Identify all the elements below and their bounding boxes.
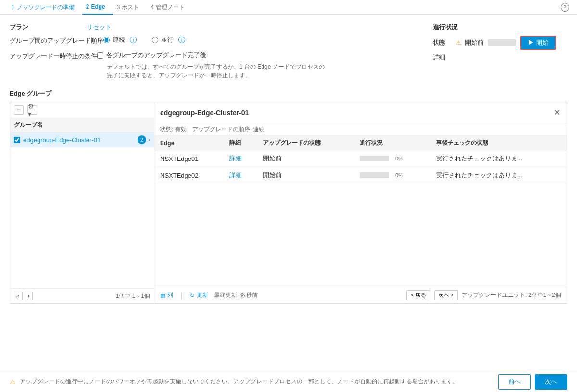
group-order-row: グループ間のアップグレード順序 連続 i 並行 i <box>10 36 414 45</box>
next-table-button[interactable]: 次へ > <box>434 290 458 300</box>
parallel-radio[interactable] <box>152 37 158 43</box>
step-2[interactable]: 2 Edge <box>82 0 113 15</box>
upgrade-status-1: 開始前 <box>257 150 354 167</box>
next-page-button[interactable]: › <box>25 292 33 300</box>
pause-checkbox[interactable] <box>97 52 103 59</box>
col-progress: 進行状況 <box>354 136 430 150</box>
pct-text-1: 0% <box>391 156 403 161</box>
sequential-info-icon[interactable]: i <box>130 37 137 43</box>
plan-section: プラン リセット グループ間のアップグレード順序 連続 i 並行 i <box>10 23 414 84</box>
group-item-checkbox[interactable] <box>14 137 20 143</box>
progress-bar-1 <box>360 156 389 161</box>
progress-section: 進行状況 状態 ⚠ 開始前 0% ▶ 開始 詳細 <box>433 23 567 84</box>
help-icon[interactable]: ? <box>561 3 569 12</box>
pct-text-2: 0% <box>391 172 403 178</box>
detail-row: 詳細 <box>433 53 567 61</box>
footer-left: ▦ 列 | ↻ 更新 最終更新: 数秒前 <box>160 291 258 299</box>
plan-progress-row: プラン リセット グループ間のアップグレード順序 連続 i 並行 i <box>10 23 567 84</box>
step-2-label: Edge <box>91 3 105 10</box>
table-row: NSXTEdge02 詳細 開始前 0% 実行されたチェックはありま... <box>154 167 567 184</box>
post-check-2: 実行されたチェックはありま... <box>430 167 567 184</box>
sequential-radio[interactable] <box>103 37 110 43</box>
columns-icon: ▦ <box>160 292 165 299</box>
col-detail: 詳細 <box>224 136 257 150</box>
group-detail-panel: edgegroup-Edge-Cluster-01 ✕ 状態: 有効、アップグレ… <box>154 102 567 303</box>
settings-icon[interactable]: ⚙ ▾ <box>27 105 37 115</box>
step-1[interactable]: 1 ノッソクレードの準備 <box>8 0 82 15</box>
left-toolbar: ≡ ⚙ ▾ <box>10 102 154 118</box>
bottom-warning-text: アップグレードの進行中にノードのパワーオフや再起動を実施しないでください。アップ… <box>20 378 458 386</box>
pause-content: 各グループのアップグレード完了後 デフォルトでは、すべてのグループが完了するか、… <box>97 51 414 80</box>
pause-label: アップグレード一時停止の条件 <box>10 51 97 61</box>
status-line: 状態: 有効、アップグレードの順序: 連続 <box>154 123 567 136</box>
pause-checkbox-label: 各グループのアップグレード完了後 <box>106 51 206 60</box>
table-header-row: Edge 詳細 アップグレードの状態 進行状況 事後チェックの状態 <box>154 136 567 150</box>
parallel-info-icon[interactable]: i <box>178 37 185 43</box>
start-button[interactable]: ▶ 開始 <box>520 36 556 50</box>
edge-groups-container: ≡ ⚙ ▾ グループ名 edgegroup-Edge-Cluster-01 2 … <box>10 102 567 304</box>
parallel-option[interactable]: 並行 i <box>152 36 185 44</box>
pagination-info: 1個中 1～1個 <box>116 292 150 300</box>
table-body: NSXTEdge01 詳細 開始前 0% 実行されたチェックはありま... <box>154 150 567 184</box>
left-panel-header: グループ名 <box>10 118 154 133</box>
group-list-panel: ≡ ⚙ ▾ グループ名 edgegroup-Edge-Cluster-01 2 … <box>10 102 154 303</box>
group-item[interactable]: edgegroup-Edge-Cluster-01 2 › <box>10 133 154 147</box>
prev-button[interactable]: 前へ <box>498 374 531 390</box>
close-button[interactable]: ✕ <box>553 107 561 118</box>
refresh-icon: ↻ <box>190 292 195 299</box>
edge-groups-section: Edge グループ ≡ ⚙ ▾ グループ名 edgegroup-Edge-Clu… <box>10 89 567 304</box>
separator-1: | <box>181 292 182 299</box>
table-container: Edge 詳細 アップグレードの状態 進行状況 事後チェックの状態 NSXTEd… <box>154 136 567 287</box>
right-panel-footer: ▦ 列 | ↻ 更新 最終更新: 数秒前 < 戻る 次へ > アップグレー <box>154 287 567 303</box>
progress-title: 進行状況 <box>433 23 567 32</box>
detail-anchor-1[interactable]: 詳細 <box>229 155 242 162</box>
columns-label: 列 <box>167 291 173 299</box>
step-4-label: 管理ノート <box>156 3 185 12</box>
col-post-check: 事後チェックの状態 <box>430 136 567 150</box>
refresh-button[interactable]: ↻ 更新 <box>190 291 208 299</box>
step-1-label: ノッソクレードの準備 <box>17 3 75 12</box>
group-item-badge: 2 <box>138 135 146 144</box>
back-button[interactable]: < 戻る <box>406 290 430 300</box>
group-item-name: edgegroup-Edge-Cluster-01 <box>23 136 138 144</box>
edges-table: Edge 詳細 アップグレードの状態 進行状況 事後チェックの状態 NSXTEd… <box>154 136 567 184</box>
status-progress-bar: 0% <box>488 39 516 46</box>
table-row: NSXTEdge01 詳細 開始前 0% 実行されたチェックはありま... <box>154 150 567 167</box>
step-3[interactable]: 3 ホスト <box>113 0 147 15</box>
edge-name-1: NSXTEdge01 <box>154 150 224 167</box>
upgrade-status-2: 開始前 <box>257 167 354 184</box>
top-navigation: 1 ノッソクレードの準備 2 Edge 3 ホスト 4 管理ノート ? <box>0 0 577 15</box>
reset-link[interactable]: リセット <box>87 23 112 32</box>
columns-button[interactable]: ▦ 列 <box>160 291 173 299</box>
unit-info: アップグレードユニット: 2個中1～2個 <box>462 291 561 299</box>
sequential-label: 連続 <box>113 36 125 44</box>
step-3-label: ホスト <box>122 3 139 12</box>
pause-row: アップグレード一時停止の条件 各グループのアップグレード完了後 デフォルトでは、… <box>10 51 414 80</box>
progress-2: 0% <box>354 167 430 184</box>
bottom-bar: ⚠ アップグレードの進行中にノードのパワーオフや再起動を実施しないでください。ア… <box>0 371 577 392</box>
sequential-option[interactable]: 連続 i <box>103 36 137 44</box>
detail-link-1[interactable]: 詳細 <box>224 150 257 167</box>
plan-options: 連続 i 並行 i <box>103 36 185 44</box>
detail-label: 詳細 <box>433 53 452 61</box>
right-panel-title: edgegroup-Edge-Cluster-01 <box>160 109 249 117</box>
warning-icon: ⚠ <box>456 39 461 46</box>
progress-bar-2 <box>360 172 389 178</box>
detail-link-2[interactable]: 詳細 <box>224 167 257 184</box>
step-3-num: 3 <box>117 4 120 11</box>
edge-groups-title: Edge グループ <box>10 89 567 98</box>
step-4-num: 4 <box>151 4 154 11</box>
prev-page-button[interactable]: ‹ <box>14 292 23 300</box>
plan-header: プラン リセット <box>10 23 414 32</box>
table-head: Edge 詳細 アップグレードの状態 進行状況 事後チェックの状態 <box>154 136 567 150</box>
footer-right: < 戻る 次へ > アップグレードユニット: 2個中1～2個 <box>406 290 561 300</box>
right-panel-header: edgegroup-Edge-Cluster-01 ✕ <box>154 102 567 123</box>
step-list: 1 ノッソクレードの準備 2 Edge 3 ホスト 4 管理ノート <box>8 0 561 15</box>
next-button[interactable]: 次へ <box>535 374 567 390</box>
step-2-num: 2 <box>86 3 89 10</box>
plan-title: プラン <box>10 23 87 32</box>
detail-anchor-2[interactable]: 詳細 <box>229 172 242 179</box>
step-4[interactable]: 4 管理ノート <box>147 0 192 15</box>
filter-icon[interactable]: ≡ <box>14 105 24 115</box>
group-name-column-header: グループ名 <box>14 121 43 129</box>
